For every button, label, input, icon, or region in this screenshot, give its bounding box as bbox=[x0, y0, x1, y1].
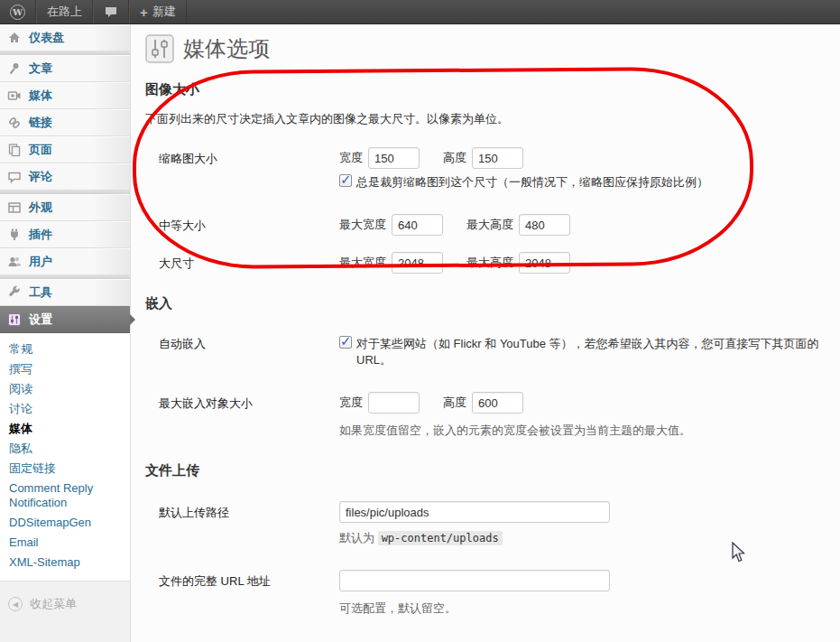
submenu-item-discussion[interactable]: 讨论 bbox=[0, 399, 130, 419]
dashboard-icon bbox=[7, 31, 22, 45]
medium-max-width-input[interactable] bbox=[392, 214, 443, 236]
medium-max-height-input[interactable] bbox=[519, 214, 570, 236]
sidebar-item-label: 用户 bbox=[29, 254, 52, 270]
collapse-arrow-icon: ◀ bbox=[8, 597, 23, 611]
submenu-item-media[interactable]: 媒体 bbox=[0, 419, 130, 439]
thumbnail-size-row: 缩略图大小 宽度 高度 总是裁剪缩略图到这个尺寸（一般情况下，缩略图应保持原始比… bbox=[145, 147, 822, 191]
sidebar-item-users[interactable]: 用户 bbox=[0, 248, 130, 275]
embed-helper-text: 如果宽度值留空，嵌入的元素的宽度会被设置为当前主题的最大值。 bbox=[339, 423, 691, 439]
collapse-menu-label: 收起菜单 bbox=[30, 596, 77, 612]
embed-width-input[interactable] bbox=[368, 392, 420, 414]
image-size-heading: 图像大小 bbox=[145, 81, 822, 98]
sidebar-item-media[interactable]: 媒体 bbox=[0, 82, 130, 109]
plugins-plug-icon bbox=[7, 228, 22, 242]
embed-height-input[interactable] bbox=[472, 392, 523, 414]
sidebar-item-label: 工具 bbox=[29, 284, 52, 301]
sidebar-item-pages[interactable]: 页面 bbox=[0, 136, 130, 163]
large-max-width-label: 最大宽度 bbox=[339, 255, 386, 271]
upload-path-input[interactable] bbox=[339, 501, 610, 523]
auto-embed-text: 对于某些网站（如 Flickr 和 YouTube 等），若您希望嵌入其内容，您… bbox=[356, 336, 822, 368]
upload-path-row: 默认上传路径 默认为 wp-content/uploads bbox=[145, 501, 822, 546]
site-name-link[interactable]: 在路上 bbox=[36, 0, 93, 23]
medium-max-width-label: 最大宽度 bbox=[339, 217, 386, 233]
media-camera-icon bbox=[7, 88, 22, 103]
site-name-label: 在路上 bbox=[47, 4, 82, 20]
embed-heading: 嵌入 bbox=[145, 295, 822, 312]
auto-embed-checkbox[interactable] bbox=[339, 336, 352, 349]
large-max-height-label: 最大高度 bbox=[466, 255, 513, 271]
posts-pushpin-icon bbox=[7, 61, 22, 76]
upload-url-input[interactable] bbox=[339, 570, 610, 591]
adminbar-comments-link[interactable] bbox=[93, 0, 129, 23]
upload-url-label: 文件的完整 URL 地址 bbox=[145, 570, 339, 590]
sidebar-item-label: 设置 bbox=[29, 312, 52, 328]
submenu-item-comment-reply-notification[interactable]: Comment Reply Notification bbox=[0, 479, 130, 513]
medium-max-height-label: 最大高度 bbox=[466, 217, 513, 233]
adminbar-new-link[interactable]: + 新建 bbox=[129, 0, 187, 23]
large-size-row: 大尺寸 最大宽度 最大高度 bbox=[145, 252, 822, 274]
sidebar-item-plugins[interactable]: 插件 bbox=[0, 221, 130, 248]
thumbnail-crop-checkbox[interactable] bbox=[339, 174, 352, 187]
submenu-item-writing[interactable]: 撰写 bbox=[0, 359, 130, 379]
max-embed-size-row: 最大嵌入对象大小 宽度 高度 如果宽度值留空，嵌入的元素的宽度会被设置为当前主题… bbox=[145, 392, 822, 439]
submenu-item-reading[interactable]: 阅读 bbox=[0, 379, 130, 399]
submenu-item-general[interactable]: 常规 bbox=[0, 340, 130, 359]
settings-sliders-icon bbox=[7, 312, 22, 327]
thumbnail-height-label: 高度 bbox=[443, 150, 466, 166]
thumbnail-height-input[interactable] bbox=[472, 147, 523, 169]
upload-path-default-code: wp-content/uploads bbox=[378, 531, 503, 545]
upload-url-helper: 可选配置，默认留空。 bbox=[339, 600, 610, 617]
sidebar-item-posts[interactable]: 文章 bbox=[0, 55, 130, 82]
sidebar-item-comments[interactable]: 评论 bbox=[0, 163, 130, 191]
auto-embed-label: 自动嵌入 bbox=[145, 332, 339, 352]
large-max-width-input[interactable] bbox=[392, 252, 443, 274]
appearance-icon bbox=[7, 200, 22, 215]
main-content: 媒体选项 图像大小 下面列出来的尺寸决定插入文章内的图像之最大尺寸。以像素为单位… bbox=[132, 24, 840, 642]
submenu-item-privacy[interactable]: 隐私 bbox=[0, 439, 130, 459]
sidebar-item-label: 媒体 bbox=[29, 88, 52, 104]
media-options-icon bbox=[145, 34, 174, 63]
thumbnail-width-label: 宽度 bbox=[339, 150, 363, 166]
admin-bar: W 在路上 + 新建 bbox=[0, 0, 840, 24]
thumbnail-crop-label: 总是裁剪缩略图到这个尺寸（一般情况下，缩略图应保持原始比例） bbox=[356, 174, 708, 191]
comments-bubble-icon bbox=[7, 170, 22, 184]
submenu-item-xml-sitemap[interactable]: XML-Sitemap bbox=[0, 553, 130, 572]
wp-logo-menu[interactable]: W bbox=[0, 0, 36, 23]
comment-bubble-icon bbox=[104, 5, 118, 19]
sidebar-item-links[interactable]: 链接 bbox=[0, 109, 130, 136]
wordpress-logo-icon: W bbox=[10, 5, 25, 20]
medium-size-row: 中等大小 最大宽度 最大高度 bbox=[145, 214, 822, 236]
large-size-label: 大尺寸 bbox=[145, 252, 339, 272]
collapse-menu-button[interactable]: ◀ 收起菜单 bbox=[0, 596, 130, 612]
upload-path-label: 默认上传路径 bbox=[145, 501, 339, 521]
sidebar-item-label: 评论 bbox=[29, 169, 52, 185]
sidebar-item-label: 页面 bbox=[29, 142, 52, 158]
links-chain-icon bbox=[7, 116, 22, 130]
pages-icon bbox=[7, 143, 22, 157]
tools-wrench-icon bbox=[7, 285, 22, 300]
sidebar-item-appearance[interactable]: 外观 bbox=[0, 194, 130, 221]
thumbnail-size-label: 缩略图大小 bbox=[145, 147, 339, 167]
sidebar-item-label: 链接 bbox=[29, 115, 52, 131]
upload-heading: 文件上传 bbox=[145, 462, 822, 479]
submenu-item-ddsitemapgen[interactable]: DDSitemapGen bbox=[0, 513, 130, 533]
sidebar: 仪表盘 文章 媒体 链接 页面 评论 bbox=[0, 24, 131, 642]
large-max-height-input[interactable] bbox=[519, 252, 570, 274]
submenu-item-email[interactable]: Email bbox=[0, 533, 130, 553]
sidebar-item-label: 外观 bbox=[29, 200, 52, 216]
settings-submenu: 常规 撰写 阅读 讨论 媒体 隐私 固定链接 Comment Reply Not… bbox=[0, 333, 130, 582]
medium-size-label: 中等大小 bbox=[145, 214, 339, 234]
upload-path-default-prefix: 默认为 bbox=[339, 531, 374, 544]
sidebar-item-tools[interactable]: 工具 bbox=[0, 279, 130, 306]
upload-url-row: 文件的完整 URL 地址 可选配置，默认留空。 bbox=[145, 570, 822, 617]
sidebar-item-label: 仪表盘 bbox=[29, 30, 64, 46]
sidebar-item-settings[interactable]: 设置 bbox=[0, 306, 130, 333]
users-icon bbox=[7, 255, 22, 269]
auto-embed-row: 自动嵌入 对于某些网站（如 Flickr 和 YouTube 等），若您希望嵌入… bbox=[145, 332, 822, 368]
embed-width-label: 宽度 bbox=[339, 395, 363, 411]
sidebar-item-dashboard[interactable]: 仪表盘 bbox=[0, 24, 130, 51]
thumbnail-width-input[interactable] bbox=[368, 147, 420, 169]
submenu-item-permalinks[interactable]: 固定链接 bbox=[0, 459, 130, 479]
sidebar-item-label: 插件 bbox=[29, 227, 52, 243]
embed-height-label: 高度 bbox=[443, 395, 466, 411]
